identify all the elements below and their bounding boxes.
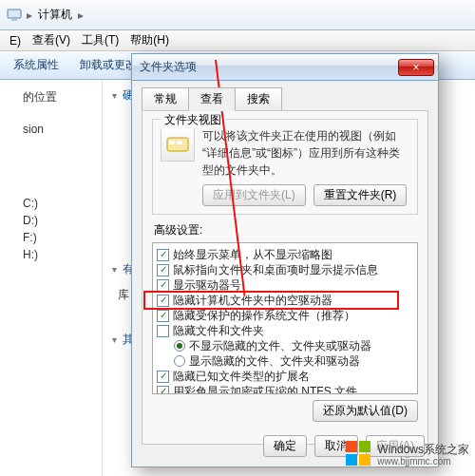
setting-label: 始终显示菜单，从不显示缩略图 <box>173 247 332 262</box>
advanced-setting-row[interactable]: ✓用彩色显示加密或压缩的 NTFS 文件 <box>157 384 413 394</box>
sidebar-drive-c[interactable]: C:) <box>23 195 96 212</box>
checkbox-icon[interactable] <box>157 325 169 337</box>
folder-view-icon <box>161 127 195 162</box>
radio-icon[interactable] <box>174 355 185 367</box>
apply-to-folders-button[interactable]: 应用到文件夹(L) <box>202 184 306 206</box>
setting-label: 隐藏受保护的操作系统文件（推荐） <box>173 308 355 323</box>
watermark-brand: Windows <box>377 443 424 456</box>
tab-strip: 常规 查看 搜索 <box>142 86 438 110</box>
windows-logo-icon <box>345 440 371 466</box>
computer-icon <box>6 7 23 24</box>
chevron-down-icon: ▾ <box>112 334 117 345</box>
chevron-right-icon: ▸ <box>78 9 84 22</box>
setting-label: 显示驱动器号 <box>173 277 241 293</box>
svg-rect-1 <box>11 19 17 21</box>
address-bar[interactable]: ▸ 计算机 ▸ <box>0 0 475 30</box>
folder-view-description: 可以将该文件夹正在使用的视图（例如“详细信息”或“图标”）应用到所有这种类型的文… <box>202 127 409 179</box>
setting-label: 隐藏计算机文件夹中的空驱动器 <box>173 293 332 308</box>
setting-label: 隐藏已知文件类型的扩展名 <box>173 369 310 384</box>
advanced-setting-row[interactable]: 隐藏文件和文件夹 <box>157 323 413 338</box>
advanced-settings-label: 高级设置: <box>154 222 418 238</box>
sidebar-drive-h[interactable]: H:) <box>23 246 96 263</box>
setting-label: 显示隐藏的文件、文件夹和驱动器 <box>189 353 360 369</box>
checkbox-icon[interactable]: ✓ <box>157 386 169 395</box>
tab-general[interactable]: 常规 <box>142 87 189 111</box>
folder-options-dialog: 文件夹选项 × 常规 查看 搜索 文件夹视图 可以将该文件夹正在使用的视图（例如… <box>131 53 439 467</box>
setting-label: 用彩色显示加密或压缩的 NTFS 文件 <box>173 384 357 394</box>
advanced-setting-row[interactable]: 不显示隐藏的文件、文件夹或驱动器 <box>157 338 413 353</box>
advanced-setting-row[interactable]: ✓鼠标指向文件夹和桌面项时显示提示信息 <box>157 262 413 277</box>
menu-tools[interactable]: 工具(T) <box>78 30 123 50</box>
menu-edit[interactable]: E) <box>6 32 25 49</box>
checkbox-icon[interactable]: ✓ <box>157 371 169 383</box>
reset-folders-button[interactable]: 重置文件夹(R) <box>314 184 408 206</box>
folder-view-group: 文件夹视图 可以将该文件夹正在使用的视图（例如“详细信息”或“图标”）应用到所有… <box>152 119 418 215</box>
advanced-setting-row[interactable]: ✓隐藏已知文件类型的扩展名 <box>157 369 413 384</box>
setting-label: 鼠标指向文件夹和桌面项时显示提示信息 <box>173 262 378 277</box>
navigation-pane: 的位置 sion C:) D:) F:) H:) <box>0 80 103 476</box>
tab-view-panel: 文件夹视图 可以将该文件夹正在使用的视图（例如“详细信息”或“图标”）应用到所有… <box>142 110 428 445</box>
svg-rect-9 <box>169 141 175 144</box>
watermark-site: 系统之家 <box>424 443 469 456</box>
advanced-setting-row[interactable]: ✓隐藏受保护的操作系统文件（推荐） <box>157 308 413 323</box>
advanced-setting-row[interactable]: 显示隐藏的文件、文件夹和驱动器 <box>157 353 413 369</box>
advanced-setting-row[interactable]: ✓始终显示菜单，从不显示缩略图 <box>157 247 413 262</box>
radio-icon[interactable] <box>174 340 185 352</box>
menu-bar: E) 查看(V) 工具(T) 帮助(H) <box>0 30 475 51</box>
checkbox-icon[interactable]: ✓ <box>157 249 169 261</box>
ok-button[interactable]: 确定 <box>263 435 307 457</box>
group-title: 文件夹视图 <box>161 112 225 128</box>
advanced-settings-tree[interactable]: ✓始终显示菜单，从不显示缩略图✓鼠标指向文件夹和桌面项时显示提示信息✓显示驱动器… <box>152 242 418 394</box>
svg-rect-10 <box>177 141 182 144</box>
sidebar-drive-f[interactable]: F:) <box>23 229 96 246</box>
chevron-right-icon: ▸ <box>27 9 32 22</box>
advanced-setting-row[interactable]: ✓隐藏计算机文件夹中的空驱动器 <box>157 293 413 308</box>
tab-search[interactable]: 搜索 <box>235 87 282 111</box>
sidebar-current-location[interactable]: 的位置 <box>23 87 96 107</box>
tab-view[interactable]: 查看 <box>188 87 236 111</box>
close-button[interactable]: × <box>398 59 434 76</box>
checkbox-icon[interactable]: ✓ <box>157 264 169 276</box>
sidebar-extension[interactable]: sion <box>23 121 96 138</box>
checkbox-icon[interactable]: ✓ <box>157 295 169 307</box>
dialog-title: 文件夹选项 <box>140 59 398 75</box>
close-icon: × <box>412 61 419 74</box>
setting-label: 隐藏文件和文件夹 <box>173 323 264 338</box>
breadcrumb-root[interactable]: 计算机 <box>38 7 72 23</box>
checkbox-icon[interactable]: ✓ <box>157 310 169 322</box>
svg-rect-0 <box>8 10 21 18</box>
chevron-down-icon: ▾ <box>112 264 117 275</box>
restore-defaults-button[interactable]: 还原为默认值(D) <box>313 400 418 422</box>
checkbox-icon[interactable]: ✓ <box>157 279 169 292</box>
chevron-down-icon: ▾ <box>112 90 117 101</box>
setting-label: 不显示隐藏的文件、文件夹或驱动器 <box>189 338 371 353</box>
dialog-titlebar[interactable]: 文件夹选项 × <box>132 54 438 81</box>
menu-view[interactable]: 查看(V) <box>28 30 74 50</box>
advanced-setting-row[interactable]: ✓显示驱动器号 <box>157 277 413 293</box>
menu-help[interactable]: 帮助(H) <box>126 30 173 50</box>
sidebar-drive-d[interactable]: D:) <box>23 212 96 229</box>
breadcrumb[interactable]: ▸ 计算机 ▸ <box>27 7 84 23</box>
toolbar-system-properties[interactable]: 系统属性 <box>8 55 65 75</box>
watermark: Windows系统之家 www.bjjmmc.com <box>345 440 469 466</box>
